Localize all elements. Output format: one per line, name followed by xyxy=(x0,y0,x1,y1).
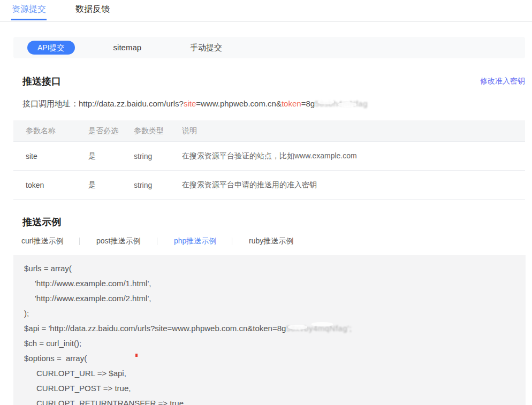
code-line: CURLOPT_POST => true, xyxy=(24,381,515,396)
param-required: 是 xyxy=(88,180,134,190)
main-content: API提交 sitemap 手动提交 推送接口 修改准入密钥 接口调用地址：ht… xyxy=(0,37,532,405)
php-example-code: $urls = array( 'http://www.example.com/1… xyxy=(13,255,526,405)
tab-manual-submit[interactable]: 手动提交 xyxy=(180,41,232,55)
endpoint-prefix: 接口调用地址：http://data.zz.baidu.com/urls? xyxy=(22,99,184,108)
tab-divider xyxy=(79,238,80,245)
modify-access-key-link[interactable]: 修改准入密钥 xyxy=(480,77,525,86)
tab-post-example[interactable]: post推送示例 xyxy=(96,236,157,246)
col-header-required: 是否必选 xyxy=(88,126,134,136)
params-table: 参数名称 是否必选 参数类型 说明 site 是 string 在搜索资源平台验… xyxy=(13,120,525,200)
endpoint-site-param: site xyxy=(184,99,196,108)
code-line: 'http://www.example.com/2.html', xyxy=(24,291,515,306)
code-line: $options = array( xyxy=(24,351,515,366)
example-language-tabs: curl推送示例 post推送示例 php推送示例 ruby推送示例 xyxy=(21,236,532,246)
code-line: 'http://www.example.com/1.html', xyxy=(24,276,515,291)
tab-data-feedback[interactable]: 数据反馈 xyxy=(75,0,110,21)
param-required: 是 xyxy=(88,151,134,161)
col-header-type: 参数类型 xyxy=(134,126,182,136)
code-line: $urls = array( xyxy=(24,261,515,276)
endpoint-token-masked: 58sbh4mNfag xyxy=(315,99,368,108)
param-type: string xyxy=(134,152,182,161)
top-tab-bar: 资源提交 数据反馈 xyxy=(0,0,532,22)
param-desc: 在搜索资源平台验证的站点，比如www.example.com xyxy=(182,151,525,161)
examples-title: 推送示例 xyxy=(22,216,61,228)
code-line-api: $api = 'http://data.zz.baidu.com/urls?si… xyxy=(24,321,515,336)
tab-divider xyxy=(157,238,157,245)
endpoint-url: 接口调用地址：http://data.zz.baidu.com/urls?sit… xyxy=(22,99,532,109)
col-header-name: 参数名称 xyxy=(26,126,88,136)
endpoint-site-value: =www.phpweb.com.cn& xyxy=(196,99,282,108)
col-header-desc: 说明 xyxy=(182,126,525,136)
param-type: string xyxy=(134,181,182,189)
tab-divider xyxy=(232,238,232,245)
param-name: site xyxy=(26,152,88,161)
tab-resource-submit[interactable]: 资源提交 xyxy=(12,0,46,21)
tab-sitemap[interactable]: sitemap xyxy=(103,41,152,55)
code-line: CURLOPT_RETURNTRANSFER => true, xyxy=(24,396,515,405)
smear-overlay xyxy=(288,325,307,330)
code-line: CURLOPT_URL => $api, xyxy=(24,366,515,381)
param-desc: 在搜索资源平台申请的推送用的准入密钥 xyxy=(182,180,525,190)
code-line: ); xyxy=(24,306,515,321)
tab-php-example[interactable]: php推送示例 xyxy=(174,236,232,246)
table-row: site 是 string 在搜索资源平台验证的站点，比如www.example… xyxy=(13,142,525,171)
param-name: token xyxy=(26,181,88,189)
push-api-section-head: 推送接口 修改准入密钥 xyxy=(22,75,525,88)
examples-section-head: 推送示例 xyxy=(22,216,525,228)
push-api-title: 推送接口 xyxy=(22,75,61,88)
endpoint-token-eq: =8g xyxy=(301,99,315,108)
params-table-header: 参数名称 是否必选 参数类型 说明 xyxy=(13,120,525,142)
table-row: token 是 string 在搜索资源平台申请的推送用的准入密钥 xyxy=(13,171,525,200)
tab-api-submit[interactable]: API提交 xyxy=(27,41,75,55)
smear-overlay xyxy=(338,102,356,107)
tab-ruby-example[interactable]: ruby推送示例 xyxy=(249,236,307,246)
endpoint-token-param: token xyxy=(282,99,301,108)
code-token-masked: 58xvby4mqNfag xyxy=(286,321,347,336)
tab-curl-example[interactable]: curl推送示例 xyxy=(21,236,79,246)
submit-method-tabs: API提交 sitemap 手动提交 xyxy=(13,37,525,58)
red-artifact-dot xyxy=(135,354,138,357)
smear-overlay xyxy=(318,100,334,104)
smear-overlay xyxy=(311,322,333,326)
code-line: $ch = curl_init(); xyxy=(24,336,515,351)
